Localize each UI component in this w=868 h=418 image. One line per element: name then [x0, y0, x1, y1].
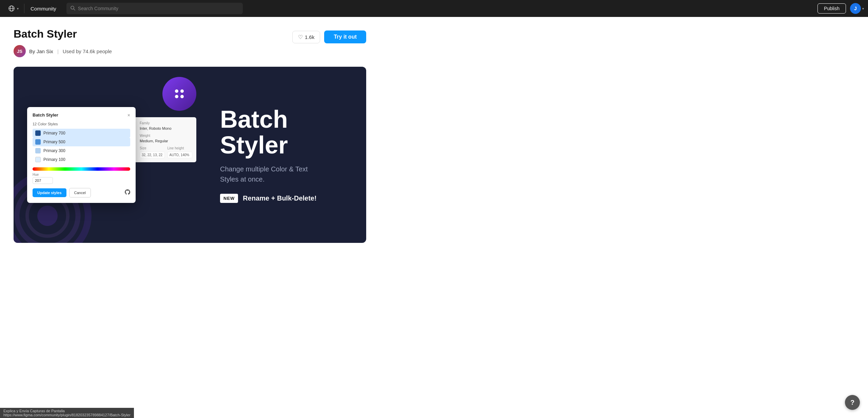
like-button[interactable]: ♡ 1.6k	[292, 31, 320, 43]
community-label: Community	[26, 6, 61, 12]
new-badge: NEW	[220, 194, 238, 203]
batch-styler-dialog: Batch Styler × 12 Color Styles Primary 7…	[27, 107, 136, 203]
size-label: Size	[140, 146, 165, 150]
avatar-chevron-icon: ▾	[862, 7, 864, 11]
globe-icon	[8, 5, 15, 12]
dialog-actions: Update styles Cancel	[33, 188, 130, 197]
four-dots	[175, 89, 184, 98]
search-input[interactable]	[78, 6, 239, 11]
line-height-half: Line height	[167, 146, 193, 158]
plugin-title: Batch Styler	[14, 28, 112, 40]
github-icon[interactable]	[125, 189, 130, 196]
nav-divider	[24, 4, 24, 13]
color-item-primary100[interactable]: Primary 100	[33, 155, 130, 164]
meta-divider: |	[57, 48, 59, 54]
plugin-header: Batch Styler JS By Jan Six | Used by 74.…	[14, 28, 366, 67]
purple-icon-circle	[162, 77, 196, 111]
action-buttons: ♡ 1.6k Try it out	[292, 28, 366, 43]
hero-title-line1: Batch	[220, 106, 288, 133]
color-item-primary300[interactable]: Primary 300	[33, 146, 130, 155]
color-label-primary500: Primary 500	[43, 140, 65, 144]
line-height-input[interactable]	[167, 152, 193, 158]
topnav: ▾ Community Publish J ▾	[0, 0, 868, 17]
dot2	[180, 89, 184, 93]
size-line-height-row: Size Line height	[140, 146, 192, 158]
dialog-with-panel: Batch Styler × 12 Color Styles Primary 7…	[27, 107, 196, 203]
new-feature-text: Rename + Bulk-Delete!	[243, 194, 316, 202]
hero-big-title: Batch Styler	[220, 107, 353, 158]
dot3	[175, 95, 178, 98]
main-content: Batch Styler JS By Jan Six | Used by 74.…	[0, 17, 868, 418]
dialog-title: Batch Styler	[33, 112, 58, 118]
size-half: Size	[140, 146, 165, 158]
color-swatch-primary500	[35, 139, 41, 145]
color-swatch-primary300	[35, 148, 41, 153]
url-bar: Explica y Envía Capturas de Pantalla htt…	[0, 408, 134, 418]
url-bar-url: https://www.figma.com/community/plugin/8…	[3, 413, 131, 417]
color-label-primary300: Primary 300	[43, 148, 65, 153]
color-label-primary100: Primary 100	[43, 157, 65, 162]
author-name: By Jan Six	[29, 48, 53, 54]
hero-left: Batch Styler × 12 Color Styles Primary 7…	[14, 67, 206, 243]
hero-right: Batch Styler Change multiple Color & Tex…	[206, 67, 366, 243]
url-bar-label: Explica y Envía Capturas de Pantalla	[3, 409, 65, 413]
cancel-button[interactable]: Cancel	[69, 188, 91, 197]
color-swatch-primary700	[35, 130, 41, 136]
weight-value: Medium, Regular	[140, 139, 192, 143]
try-it-out-button[interactable]: Try it out	[324, 30, 366, 43]
dot4	[180, 95, 184, 98]
avatar-area[interactable]: J ▾	[850, 3, 864, 14]
avatar: J	[850, 3, 861, 14]
right-panel: Family Inter, Roboto Mono Weight Medium,…	[135, 117, 196, 162]
family-label: Family	[140, 121, 192, 125]
like-count: 1.6k	[305, 34, 314, 40]
publish-button[interactable]: Publish	[817, 3, 846, 14]
author-avatar: JS	[14, 45, 26, 57]
line-height-label: Line height	[167, 146, 193, 150]
size-input[interactable]	[140, 152, 165, 158]
color-label-primary700: Primary 700	[43, 131, 65, 135]
update-styles-button[interactable]: Update styles	[33, 188, 66, 197]
color-styles-count: 12 Color Styles	[33, 122, 130, 126]
search-bar[interactable]	[66, 3, 243, 14]
globe-chevron-icon: ▾	[17, 7, 19, 11]
color-swatch-primary100	[35, 157, 41, 162]
svg-line-4	[74, 9, 75, 10]
search-icon	[71, 6, 75, 12]
color-item-primary500[interactable]: Primary 500	[33, 138, 130, 146]
family-value: Inter, Roboto Mono	[140, 126, 192, 130]
hero-title-line2: Styler	[220, 131, 288, 159]
color-item-primary700[interactable]: Primary 700	[33, 129, 130, 138]
plugin-hero: Batch Styler × 12 Color Styles Primary 7…	[14, 67, 366, 243]
svg-point-8	[37, 206, 58, 226]
hue-label: Hue	[33, 173, 130, 176]
dialog-close-icon[interactable]: ×	[127, 112, 130, 118]
hero-subtitle: Change multiple Color & TextStyles at on…	[220, 164, 353, 184]
hue-value-input[interactable]	[33, 177, 53, 184]
dialog-titlebar: Batch Styler ×	[33, 112, 130, 118]
used-by: Used by 74.6k people	[63, 48, 112, 54]
weight-label: Weight	[140, 134, 192, 138]
heart-icon: ♡	[298, 34, 303, 40]
hue-slider-area	[33, 167, 130, 171]
help-button[interactable]: ?	[845, 395, 860, 410]
plugin-info: Batch Styler JS By Jan Six | Used by 74.…	[14, 28, 112, 67]
dot1	[175, 89, 178, 93]
logo-area[interactable]: ▾	[4, 5, 23, 12]
hue-slider-bar[interactable]	[33, 167, 130, 171]
new-badge-row: NEW Rename + Bulk-Delete!	[220, 194, 353, 203]
plugin-meta: JS By Jan Six | Used by 74.6k people	[14, 45, 112, 57]
